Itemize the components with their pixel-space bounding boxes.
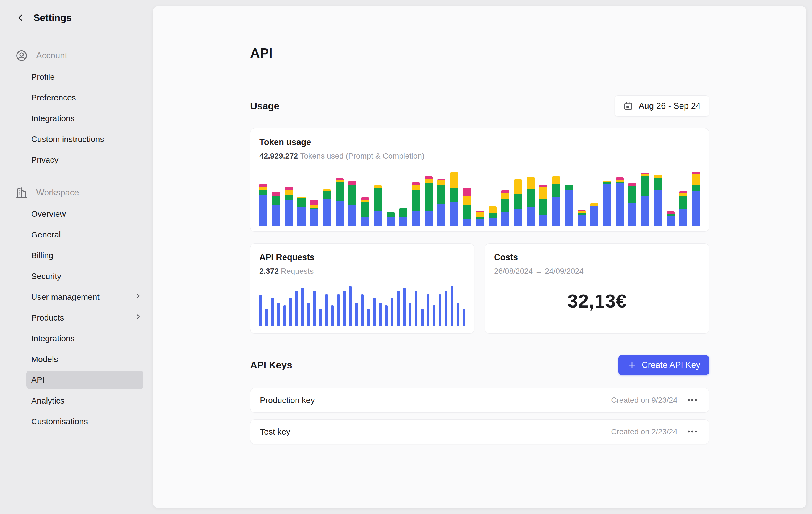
token-usage-bar [603,181,611,226]
sidebar-item-billing[interactable]: Billing [31,245,148,266]
api-request-bar [373,298,376,326]
api-request-bar [397,291,400,326]
api-key-menu-button[interactable] [685,428,699,436]
sidebar-item-customisations[interactable]: Customisations [31,411,148,432]
costs-card: Costs 26/08/2024 → 24/09/2024 32,13€ [485,243,709,333]
costs-amount: 32,13€ [494,290,700,312]
token-segment-blue [590,206,598,226]
api-request-bar [277,302,280,326]
usage-heading: Usage [250,101,279,112]
api-request-bar [343,291,346,326]
api-request-bar [451,286,454,326]
date-range-label: Aug 26 - Sep 24 [639,101,701,111]
api-keys-heading: API Keys [250,359,292,371]
token-segment-pink [348,181,356,185]
token-segment-blue [514,209,522,226]
token-usage-bar [374,185,382,226]
api-request-bar [361,294,364,326]
sidebar-title: Settings [33,12,71,23]
token-usage-card: Token usage 42.929.272 Tokens used (Prom… [250,128,709,232]
token-segment-blue [578,215,586,226]
token-segment-green [565,185,573,190]
api-request-bar [271,298,274,326]
sidebar-nav: AccountProfilePreferencesIntegrationsCus… [15,45,153,432]
date-range-button[interactable]: Aug 26 - Sep 24 [615,96,709,116]
token-segment-green [437,185,445,204]
api-request-bar [385,305,387,326]
back-button[interactable] [15,12,26,23]
sidebar-item-user-management[interactable]: User management [31,287,148,307]
token-segment-pink [361,197,369,199]
sidebar-item-integrations[interactable]: Integrations [31,108,148,129]
sidebar-item-profile[interactable]: Profile [31,66,148,87]
token-segment-blue [297,207,306,226]
sidebar-item-security[interactable]: Security [31,266,148,287]
token-segment-green [540,199,547,215]
token-segment-green [412,190,420,211]
token-segment-yellow [425,179,433,183]
token-segment-pink [501,190,509,193]
api-request-bar [433,305,435,326]
api-request-bar [421,309,424,326]
api-request-bar [444,291,447,326]
token-usage-bar [259,184,267,226]
token-segment-yellow [590,203,598,206]
sidebar-item-label: Custom instructions [31,135,104,144]
sidebar-item-general[interactable]: General [31,224,148,245]
token-usage-bar [540,185,547,226]
token-segment-yellow [489,207,497,213]
api-request-bar [403,288,406,326]
divider [250,79,709,79]
token-segment-blue [679,209,687,226]
token-segment-green [297,198,306,207]
token-usage-bar [450,172,458,226]
token-usage-bar [679,191,687,226]
settings-header: Settings [15,12,153,23]
token-segment-pink [259,184,267,187]
ellipsis-icon [687,398,698,403]
costs-title: Costs [494,252,700,262]
token-segment-blue [437,204,445,226]
token-usage-bar [514,179,522,226]
api-request-bar [265,308,268,326]
sidebar-item-privacy[interactable]: Privacy [31,150,148,170]
api-key-menu-button[interactable] [685,396,699,404]
sidebar-item-preferences[interactable]: Preferences [31,87,148,108]
api-request-bar [415,291,417,326]
api-request-bar [427,294,430,326]
token-segment-yellow [527,177,535,189]
sidebar-item-label: Models [31,355,58,364]
sidebar-item-products[interactable]: Products [31,307,148,328]
token-segment-yellow [476,212,484,217]
sidebar-item-custom-instructions[interactable]: Custom instructions [31,129,148,150]
token-segment-green [425,183,433,211]
settings-sidebar: Settings AccountProfilePreferencesIntegr… [0,0,153,514]
token-segment-blue [412,211,420,226]
token-usage-bar [310,200,318,226]
token-segment-blue [259,195,267,226]
token-usage-bar [527,177,535,226]
sidebar-item-integrations[interactable]: Integrations [31,328,148,349]
token-segment-green [476,217,484,219]
sidebar-item-label: Overview [31,209,66,219]
token-segment-yellow [641,173,649,176]
token-usage-bar [565,185,573,226]
token-segment-green [285,195,293,200]
chevron-left-icon [16,13,25,22]
create-api-key-button[interactable]: Create API Key [618,355,709,375]
sidebar-section-label: Workspace [36,188,79,198]
api-request-bar [367,309,370,326]
token-usage-bar [437,179,445,226]
token-usage-bar [552,176,560,226]
sidebar-item-models[interactable]: Models [31,349,148,370]
sidebar-item-api[interactable]: API [26,371,144,389]
token-segment-green [259,190,267,195]
api-request-bar [457,302,460,326]
token-segment-green [629,186,636,203]
token-segment-blue [641,196,649,226]
token-segment-blue [336,201,344,226]
sidebar-item-overview[interactable]: Overview [31,204,148,224]
sidebar-item-analytics[interactable]: Analytics [31,390,148,411]
api-key-name: Production key [260,396,315,405]
create-api-key-label: Create API Key [642,360,700,370]
